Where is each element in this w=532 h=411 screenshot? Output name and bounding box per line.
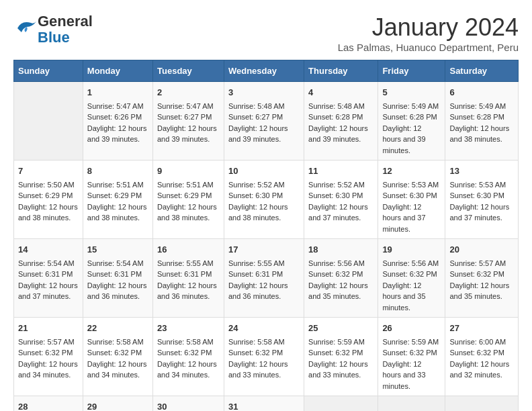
calendar-cell	[304, 396, 378, 412]
calendar-cell	[378, 396, 445, 412]
sunrise-text: Sunrise: 5:51 AM	[157, 179, 220, 191]
sunset-text: Sunset: 6:30 PM	[382, 190, 441, 201]
sunset-text: Sunset: 6:32 PM	[382, 269, 441, 280]
sunrise-text: Sunrise: 6:00 AM	[449, 336, 514, 348]
weekday-header-thursday: Thursday	[304, 60, 378, 82]
sunset-text: Sunset: 6:29 PM	[18, 190, 79, 201]
daylight-text: Daylight: 12 hours and 39 minutes.	[228, 123, 300, 145]
day-number: 6	[449, 86, 514, 99]
day-number: 7	[18, 165, 79, 178]
sunset-text: Sunset: 6:30 PM	[308, 190, 373, 201]
sunrise-text: Sunrise: 5:59 AM	[308, 336, 373, 348]
calendar-cell: 22Sunrise: 5:58 AMSunset: 6:32 PMDayligh…	[83, 318, 152, 396]
logo-blue: Blue	[38, 30, 93, 46]
daylight-text: Daylight: 12 hours and 38 minutes.	[157, 201, 220, 224]
day-number: 10	[228, 165, 300, 178]
day-number: 14	[18, 243, 79, 257]
day-number: 13	[449, 165, 514, 178]
calendar-cell: 4Sunrise: 5:48 AMSunset: 6:28 PMDaylight…	[304, 82, 378, 161]
calendar-cell: 23Sunrise: 5:58 AMSunset: 6:32 PMDayligh…	[153, 318, 224, 396]
sunrise-text: Sunrise: 5:51 AM	[87, 179, 148, 191]
daylight-text: Daylight: 12 hours and 33 minutes.	[228, 359, 300, 381]
sunset-text: Sunset: 6:30 PM	[228, 190, 300, 201]
weekday-header-wednesday: Wednesday	[224, 60, 304, 82]
daylight-text: Daylight: 12 hours and 37 minutes.	[449, 201, 514, 224]
sunset-text: Sunset: 6:32 PM	[308, 347, 373, 359]
sunset-text: Sunset: 6:32 PM	[87, 347, 148, 359]
sunset-text: Sunset: 6:28 PM	[308, 111, 373, 123]
sunrise-text: Sunrise: 5:56 AM	[382, 258, 441, 269]
logo-bird-icon	[13, 17, 38, 42]
calendar-cell: 27Sunrise: 6:00 AMSunset: 6:32 PMDayligh…	[445, 318, 519, 396]
sunrise-text: Sunrise: 5:54 AM	[87, 258, 148, 269]
day-number: 23	[157, 322, 220, 335]
page-header: General Blue January 2024 Las Palmas, Hu…	[13, 13, 519, 53]
calendar-cell: 12Sunrise: 5:53 AMSunset: 6:30 PMDayligh…	[378, 161, 445, 239]
sunrise-text: Sunrise: 5:58 AM	[87, 336, 148, 348]
day-number: 12	[382, 165, 441, 178]
day-number: 4	[308, 86, 373, 99]
day-number: 27	[449, 322, 514, 335]
day-number: 5	[382, 86, 441, 99]
calendar-cell: 3Sunrise: 5:48 AMSunset: 6:27 PMDaylight…	[224, 82, 304, 161]
daylight-text: Daylight: 12 hours and 35 minutes.	[308, 280, 373, 302]
sunset-text: Sunset: 6:27 PM	[228, 111, 300, 123]
day-number: 8	[87, 165, 148, 178]
sunrise-text: Sunrise: 5:54 AM	[18, 258, 79, 269]
sunrise-text: Sunrise: 5:58 AM	[228, 336, 300, 348]
sunset-text: Sunset: 6:32 PM	[382, 347, 441, 359]
calendar-cell: 21Sunrise: 5:57 AMSunset: 6:32 PMDayligh…	[14, 318, 83, 396]
day-number: 9	[157, 165, 220, 178]
logo-general: General	[38, 13, 93, 30]
day-number: 2	[157, 86, 220, 99]
sunset-text: Sunset: 6:31 PM	[228, 269, 300, 280]
calendar-cell: 30Sunrise: 6:01 AMSunset: 6:32 PMDayligh…	[153, 396, 224, 412]
daylight-text: Daylight: 12 hours and 39 minutes.	[87, 123, 148, 145]
sunrise-text: Sunrise: 5:47 AM	[157, 101, 220, 112]
calendar-cell: 24Sunrise: 5:58 AMSunset: 6:32 PMDayligh…	[224, 318, 304, 396]
day-number: 28	[18, 400, 79, 411]
sunrise-text: Sunrise: 5:48 AM	[228, 101, 300, 112]
calendar-cell: 7Sunrise: 5:50 AMSunset: 6:29 PMDaylight…	[14, 161, 83, 239]
sunrise-text: Sunrise: 5:57 AM	[449, 258, 514, 269]
sunset-text: Sunset: 6:32 PM	[449, 347, 514, 359]
daylight-text: Daylight: 12 hours and 33 minutes.	[308, 359, 373, 381]
calendar-cell: 8Sunrise: 5:51 AMSunset: 6:29 PMDaylight…	[83, 161, 152, 239]
week-row-3: 21Sunrise: 5:57 AMSunset: 6:32 PMDayligh…	[14, 318, 519, 396]
calendar-cell: 31Sunrise: 6:01 AMSunset: 6:32 PMDayligh…	[224, 396, 304, 412]
day-number: 31	[228, 400, 300, 411]
calendar-cell: 20Sunrise: 5:57 AMSunset: 6:32 PMDayligh…	[445, 239, 519, 318]
calendar-cell: 1Sunrise: 5:47 AMSunset: 6:26 PMDaylight…	[83, 82, 152, 161]
day-number: 24	[228, 322, 300, 335]
calendar-cell: 9Sunrise: 5:51 AMSunset: 6:29 PMDaylight…	[153, 161, 224, 239]
daylight-text: Daylight: 12 hours and 34 minutes.	[157, 359, 220, 381]
sunset-text: Sunset: 6:31 PM	[18, 269, 79, 280]
day-number: 21	[18, 322, 79, 335]
daylight-text: Daylight: 12 hours and 32 minutes.	[449, 359, 514, 381]
week-row-2: 14Sunrise: 5:54 AMSunset: 6:31 PMDayligh…	[14, 239, 519, 318]
day-number: 1	[87, 86, 148, 99]
sunset-text: Sunset: 6:27 PM	[157, 111, 220, 123]
calendar-cell: 28Sunrise: 6:00 AMSunset: 6:32 PMDayligh…	[14, 396, 83, 412]
calendar-cell: 11Sunrise: 5:52 AMSunset: 6:30 PMDayligh…	[304, 161, 378, 239]
daylight-text: Daylight: 12 hours and 38 minutes.	[87, 201, 148, 224]
calendar-cell: 15Sunrise: 5:54 AMSunset: 6:31 PMDayligh…	[83, 239, 152, 318]
weekday-header-saturday: Saturday	[445, 60, 519, 82]
daylight-text: Daylight: 12 hours and 39 minutes.	[308, 123, 373, 145]
calendar-cell: 18Sunrise: 5:56 AMSunset: 6:32 PMDayligh…	[304, 239, 378, 318]
calendar-cell: 17Sunrise: 5:55 AMSunset: 6:31 PMDayligh…	[224, 239, 304, 318]
sunset-text: Sunset: 6:32 PM	[228, 347, 300, 359]
logo: General Blue	[13, 13, 93, 46]
sunrise-text: Sunrise: 5:55 AM	[228, 258, 300, 269]
day-number: 11	[308, 165, 373, 178]
daylight-text: Daylight: 12 hours and 38 minutes.	[18, 201, 79, 224]
calendar-cell	[14, 82, 83, 161]
sunrise-text: Sunrise: 5:52 AM	[228, 179, 300, 191]
sunrise-text: Sunrise: 5:49 AM	[382, 101, 441, 112]
week-row-0: 1Sunrise: 5:47 AMSunset: 6:26 PMDaylight…	[14, 82, 519, 161]
day-number: 22	[87, 322, 148, 335]
sunset-text: Sunset: 6:31 PM	[157, 269, 220, 280]
daylight-text: Daylight: 12 hours and 34 minutes.	[87, 359, 148, 381]
calendar-cell	[445, 396, 519, 412]
sunrise-text: Sunrise: 5:58 AM	[157, 336, 220, 348]
